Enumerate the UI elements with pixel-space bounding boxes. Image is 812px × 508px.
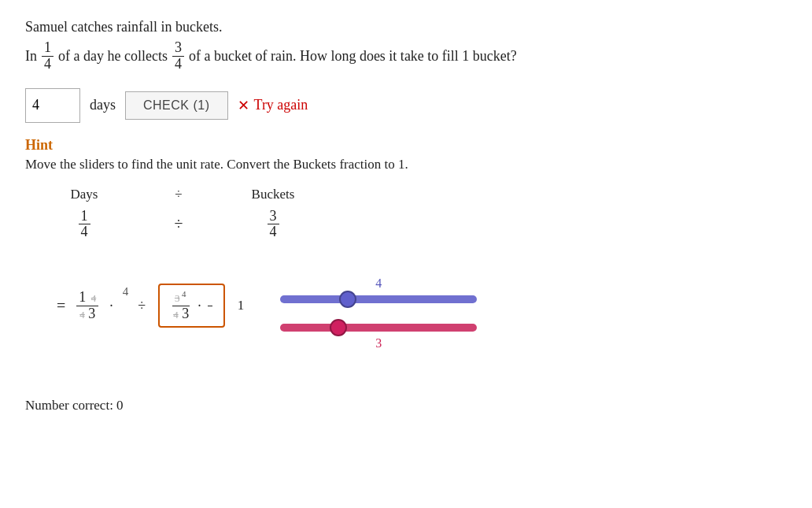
buckets-fraction: 3 4 (268, 209, 279, 241)
days-label: days (90, 97, 116, 113)
check-button[interactable]: CHECK (1) (125, 91, 228, 120)
box-crossed-top: 3 (175, 292, 180, 304)
hint-label: Hint (25, 137, 787, 154)
divide-symbol-2: ÷ (138, 298, 146, 314)
statement-suffix: of a bucket of rain. How long does it ta… (189, 45, 517, 68)
problem-statement: In 1 4 of a day he collects 3 4 of a buc… (25, 40, 787, 72)
frac-div-sym: ÷ (151, 215, 206, 233)
one-label: 1 (234, 298, 245, 313)
col-divider: ÷ (151, 187, 206, 202)
slider-bottom-thumb[interactable] (330, 319, 347, 336)
days-fraction: 1 4 (79, 209, 90, 241)
lhs-num-val: 1 (79, 289, 86, 305)
box-frac: 3 4 4 3 (171, 290, 191, 322)
frac-buckets: 3 4 (245, 209, 301, 241)
lhs-den-val: 3 (88, 306, 95, 321)
hint-text: Move the sliders to find the unit rate. … (25, 157, 787, 172)
slider-row-top: 4 (280, 276, 477, 306)
fraction-row: 1 4 ÷ 3 4 (57, 209, 787, 241)
box-frac-2 (208, 306, 212, 306)
lhs-frac-days: 1 4 4 3 (76, 290, 98, 322)
slider-bottom-value: 3 (280, 336, 477, 350)
boxed-fraction: 3 4 4 3 · (158, 284, 225, 328)
equals-sign: = (57, 297, 65, 315)
slider-row-bottom: 3 (280, 321, 477, 350)
x-icon: ✕ (238, 97, 249, 114)
slider-top-value: 4 (280, 276, 477, 291)
lhs-above-4: 4 (123, 285, 129, 298)
sliders-section: 4 3 (280, 261, 477, 350)
dot-sep-2: · (197, 298, 201, 314)
slider-top-track[interactable] (280, 295, 477, 303)
box-crossed-bot: 4 (173, 309, 179, 321)
lhs-fraction: 1 4 4 3 (75, 290, 100, 322)
lhs-crossed-bot: 4 (79, 309, 85, 321)
box-above-4: 4 (182, 289, 186, 298)
slider-bottom-container (280, 321, 477, 335)
hint-section: Hint Move the sliders to find the unit r… (25, 137, 787, 172)
divide-symbol: ÷ (175, 215, 183, 233)
fraction-3-4: 3 4 (172, 40, 184, 72)
problem-title: Samuel catches rainfall in buckets. (25, 19, 787, 35)
col-buckets: Buckets (245, 187, 301, 202)
try-again-label[interactable]: Try again (254, 97, 308, 113)
frac-days: 1 4 (57, 209, 112, 241)
column-headers: Days ÷ Buckets (57, 187, 787, 202)
try-again-row: ✕ Try again (238, 97, 308, 114)
answer-row: days CHECK (1) ✕ Try again (25, 88, 787, 123)
statement-in: In (25, 45, 37, 68)
box-den-val: 3 (182, 306, 189, 321)
slider-top-container (280, 292, 477, 306)
equals-row: = 1 4 4 3 · 4 ÷ 3 4 (57, 284, 244, 328)
slider-top-thumb[interactable] (339, 291, 356, 308)
fraction-1-4: 1 4 (42, 40, 54, 72)
lhs-crossed-top: 4 (91, 292, 97, 304)
answer-input[interactable] (25, 88, 80, 123)
statement-mid: of a day he collects (58, 45, 168, 68)
number-correct: Number correct: 0 (25, 398, 787, 413)
col-days: Days (57, 187, 112, 202)
slider-bottom-track[interactable] (280, 324, 477, 332)
dot-sep-1: · (109, 298, 113, 314)
